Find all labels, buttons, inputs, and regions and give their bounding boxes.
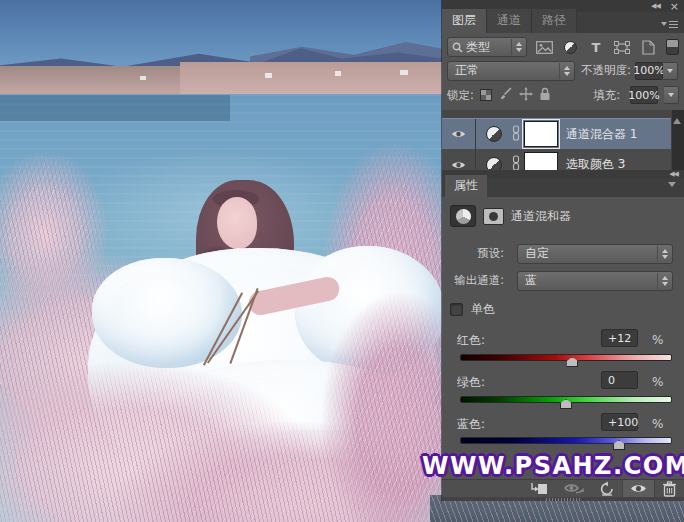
filter-shape-layers-icon[interactable] [613,39,631,55]
blend-mode-dropdown[interactable]: 正常 [447,61,575,81]
layer-mask-thumbnail[interactable] [524,152,558,171]
green-unit: % [652,375,663,389]
red-label: 红色: [457,332,485,349]
collapse-group-icon[interactable]: ◀◀ [669,171,678,178]
opacity-dropdown-icon[interactable] [663,62,678,80]
layers-list: 通道混合器 1 选取颜色 3 [442,110,684,170]
search-icon [452,42,463,53]
opacity-label: 不透明度: [581,63,631,78]
photo-building [335,71,341,76]
properties-menu-icon[interactable] [668,182,676,191]
blue-value[interactable]: +100 [601,413,638,431]
watermark: WWW.PSAHZ.COM [422,452,684,480]
adjustment-layer-icon [486,126,502,142]
mask-link-icon[interactable] [512,155,520,170]
blue-label: 蓝色: [457,416,485,433]
blue-slider[interactable] [460,437,672,451]
view-previous-state-icon[interactable] [556,480,592,498]
filter-type-layers-icon[interactable]: T [587,39,605,55]
layers-scrollbar[interactable] [671,110,684,170]
red-slider[interactable] [460,354,672,368]
photo-woman-face [217,197,257,249]
adjustment-layer-icon [486,157,502,171]
green-slider[interactable] [460,396,672,410]
photoshop-workspace: ◀◀ × 图层 通道 路径 类型 T [0,0,684,522]
dropdown-arrows-icon [657,273,668,289]
monochrome-row: 单色 [442,301,684,317]
reset-icon[interactable] [592,480,622,498]
filter-kind-label: 类型 [463,39,507,56]
output-channel-value: 蓝 [522,272,653,289]
red-value[interactable]: +12 [601,329,638,347]
fill-dropdown-icon[interactable] [664,86,679,104]
filter-pixel-layers-icon[interactable] [535,39,553,55]
red-unit: % [652,333,663,347]
green-label: 绿色: [457,374,485,391]
output-channel-label: 输出通道: [442,273,504,288]
blue-slider-labels: 蓝色: +100 % [442,415,684,433]
properties-footer [442,479,684,497]
properties-tabbar: 属性 [442,178,684,197]
preset-label: 预设: [442,246,504,261]
photo-building [400,70,408,75]
adjustment-title: 通道混和器 [511,208,571,225]
visibility-eye-icon[interactable] [442,119,476,149]
lock-position-icon[interactable] [519,87,533,104]
tab-properties[interactable]: 属性 [445,175,487,197]
blend-row: 正常 不透明度: 100% [442,60,684,81]
layer-mask-thumbnail[interactable] [524,121,558,147]
delete-adjustment-icon[interactable] [655,480,684,498]
mask-badge-icon[interactable] [483,208,504,225]
fill-value[interactable]: 100% [630,86,658,104]
lock-pixels-icon[interactable] [498,87,513,104]
lock-row: 锁定: 填充: 100% [442,86,684,104]
photo-building [265,73,272,78]
dropdown-arrows-icon [657,246,668,262]
output-channel-row: 输出通道: 蓝 [442,270,684,291]
layer-filter-kind-dropdown[interactable]: 类型 [447,37,527,57]
dropdown-arrows-icon [511,39,522,55]
panel-resize-grip[interactable] [442,497,684,501]
filter-toggle-switch[interactable] [666,39,679,55]
fill-label: 填充: [593,88,620,103]
preset-value: 自定 [522,245,653,262]
mask-link-icon[interactable] [512,125,520,144]
clip-to-layer-icon[interactable] [522,480,556,498]
layer-name[interactable]: 通道混合器 1 [566,126,637,143]
panel-menu-icon[interactable] [661,19,678,29]
tab-paths[interactable]: 路径 [532,9,577,33]
lock-transparency-icon[interactable] [480,89,492,101]
dropdown-arrows-icon [559,63,570,79]
layer-name[interactable]: 选取颜色 3 [566,156,625,170]
lock-label: 锁定: [447,88,474,103]
close-panel-icon[interactable]: × [670,1,679,12]
blend-mode-value: 正常 [452,62,555,79]
toggle-visibility-icon[interactable] [622,480,655,498]
layer-row-channel-mixer[interactable]: 通道混合器 1 [442,118,671,149]
red-slider-labels: 红色: +12 % [442,331,684,349]
photo-dress-fold-left [92,258,242,368]
preset-dropdown[interactable]: 自定 [517,244,673,264]
layer-row-selective-color[interactable]: 选取颜色 3 [442,149,671,170]
scroll-up-icon[interactable] [673,114,681,124]
adjustment-title-row: 通道混和器 [442,203,684,229]
tab-layers[interactable]: 图层 [442,9,487,33]
collapse-panels-icon[interactable]: ◀◀ [651,3,660,10]
green-slider-labels: 绿色: 0 % [442,373,684,391]
blue-unit: % [652,417,663,431]
monochrome-checkbox[interactable] [450,303,463,316]
photo-water-reflection [0,95,230,121]
green-value[interactable]: 0 [601,371,638,389]
visibility-eye-icon[interactable] [442,149,476,170]
monochrome-label: 单色 [471,301,495,318]
filter-adjustment-layers-icon[interactable] [561,39,579,55]
tab-channels[interactable]: 通道 [487,9,532,33]
panel-dock: ◀◀ × 图层 通道 路径 类型 T [442,0,684,501]
lock-all-icon[interactable] [539,87,551,104]
layer-filter-row: 类型 T [442,36,684,58]
photo-building [140,76,146,80]
opacity-value[interactable]: 100% [635,62,663,80]
filter-smart-objects-icon[interactable] [639,39,657,55]
output-channel-dropdown[interactable]: 蓝 [517,271,673,291]
layers-panel-tabbar: 图层 通道 路径 [442,12,684,33]
